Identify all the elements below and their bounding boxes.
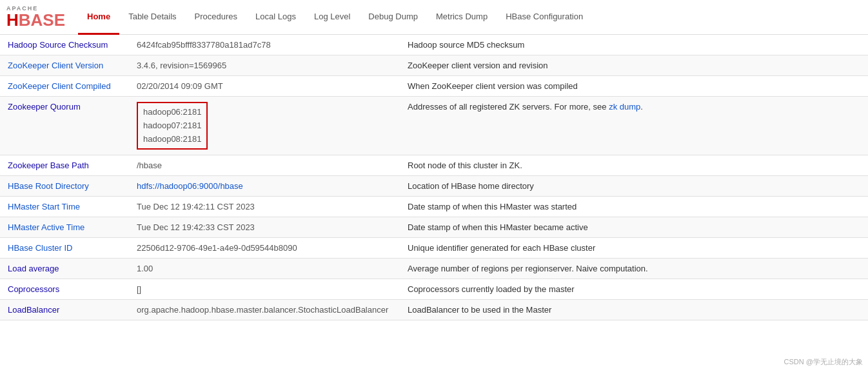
row-desc: Location of HBase home directory	[400, 176, 868, 197]
table-row: Zookeeper Base Path/hbaseRoot node of th…	[0, 155, 868, 176]
row-value: org.apache.hadoop.hbase.master.balancer.…	[129, 300, 400, 320]
row-desc: Unique identifier generated for each HBa…	[400, 238, 868, 259]
row-name: HMaster Active Time	[0, 217, 129, 238]
table-row: HMaster Start TimeTue Dec 12 19:42:11 CS…	[0, 197, 868, 217]
row-desc: LoadBalancer to be used in the Master	[400, 300, 868, 320]
nav-item-hbase-configuration[interactable]: HBase Configuration	[497, 0, 592, 35]
row-desc: Coprocessors currently loaded by the mas…	[400, 279, 868, 300]
header: APACHE HBASE HomeTable DetailsProcedures…	[0, 0, 868, 35]
row-name: Coprocessors	[0, 279, 129, 300]
content-area: Hadoop Source Checksum6424fcab95bfff8337…	[0, 35, 868, 320]
table-row: HBase Root Directoryhdfs://hadoop06:9000…	[0, 176, 868, 197]
nav-item-metrics-dump[interactable]: Metrics Dump	[427, 0, 497, 35]
zk-host: hadoop06:2181	[143, 106, 201, 119]
row-value: 6424fcab95bfff8337780a181ad7c78	[129, 35, 400, 55]
row-value: Tue Dec 12 19:42:11 CST 2023	[129, 197, 400, 217]
main-nav: HomeTable DetailsProceduresLocal LogsLog…	[78, 0, 592, 34]
table-row: HBase Cluster ID22506d12-9706-49e1-a4e9-…	[0, 238, 868, 259]
nav-item-table-details[interactable]: Table Details	[119, 0, 185, 35]
zk-host: hadoop08:2181	[143, 133, 201, 146]
nav-item-log-level[interactable]: Log Level	[305, 0, 359, 35]
row-desc: ZooKeeper client version and revision	[400, 55, 868, 76]
row-value: 3.4.6, revision=1569965	[129, 55, 400, 76]
table-row: HMaster Active TimeTue Dec 12 19:42:33 C…	[0, 217, 868, 238]
row-value: 22506d12-9706-49e1-a4e9-0d59544b8090	[129, 238, 400, 259]
logo-hbase-text: HBASE	[6, 12, 65, 28]
row-value: []	[129, 279, 400, 300]
row-desc: Addresses of all registered ZK servers. …	[400, 97, 868, 155]
table-row: Hadoop Source Checksum6424fcab95bfff8337…	[0, 35, 868, 55]
row-name: Zookeeper Base Path	[0, 155, 129, 176]
row-desc: Root node of this cluster in ZK.	[400, 155, 868, 176]
nav-item-home[interactable]: Home	[78, 0, 119, 35]
table-row: Load average1.00Average number of region…	[0, 259, 868, 279]
zk-dump-link[interactable]: zk dump	[609, 102, 640, 112]
logo: APACHE HBASE	[6, 6, 65, 28]
row-value: hdfs://hadoop06:9000/hbase	[129, 176, 400, 197]
row-desc: Date stamp of when this HMaster was star…	[400, 197, 868, 217]
zk-host: hadoop07:2181	[143, 119, 201, 133]
row-name: LoadBalancer	[0, 300, 129, 320]
info-table: Hadoop Source Checksum6424fcab95bfff8337…	[0, 35, 868, 320]
nav-item-local-logs[interactable]: Local Logs	[246, 0, 305, 35]
nav-item-debug-dump[interactable]: Debug Dump	[359, 0, 427, 35]
row-value: /hbase	[129, 155, 400, 176]
row-name: ZooKeeper Client Version	[0, 55, 129, 76]
row-desc: Date stamp of when this HMaster became a…	[400, 217, 868, 238]
row-name: HBase Cluster ID	[0, 238, 129, 259]
table-row: ZooKeeper Client Version3.4.6, revision=…	[0, 55, 868, 76]
row-value: 02/20/2014 09:09 GMT	[129, 76, 400, 97]
row-value: hadoop06:2181hadoop07:2181hadoop08:2181	[129, 97, 400, 155]
row-value: Tue Dec 12 19:42:33 CST 2023	[129, 217, 400, 238]
row-value: 1.00	[129, 259, 400, 279]
row-name: Load average	[0, 259, 129, 279]
row-name: Hadoop Source Checksum	[0, 35, 129, 55]
row-desc: When ZooKeeper client version was compil…	[400, 76, 868, 97]
table-row: LoadBalancerorg.apache.hadoop.hbase.mast…	[0, 300, 868, 320]
row-desc: Average number of regions per regionserv…	[400, 259, 868, 279]
row-name: HBase Root Directory	[0, 176, 129, 197]
table-row: Coprocessors[]Coprocessors currently loa…	[0, 279, 868, 300]
row-name: HMaster Start Time	[0, 197, 129, 217]
nav-item-procedures[interactable]: Procedures	[186, 0, 246, 35]
row-desc: Hadoop source MD5 checksum	[400, 35, 868, 55]
row-name: ZooKeeper Client Compiled	[0, 76, 129, 97]
zk-quorum-box: hadoop06:2181hadoop07:2181hadoop08:2181	[137, 102, 208, 150]
table-row: ZooKeeper Client Compiled02/20/2014 09:0…	[0, 76, 868, 97]
row-name: Zookeeper Quorum	[0, 97, 129, 155]
table-row: Zookeeper Quorumhadoop06:2181hadoop07:21…	[0, 97, 868, 155]
